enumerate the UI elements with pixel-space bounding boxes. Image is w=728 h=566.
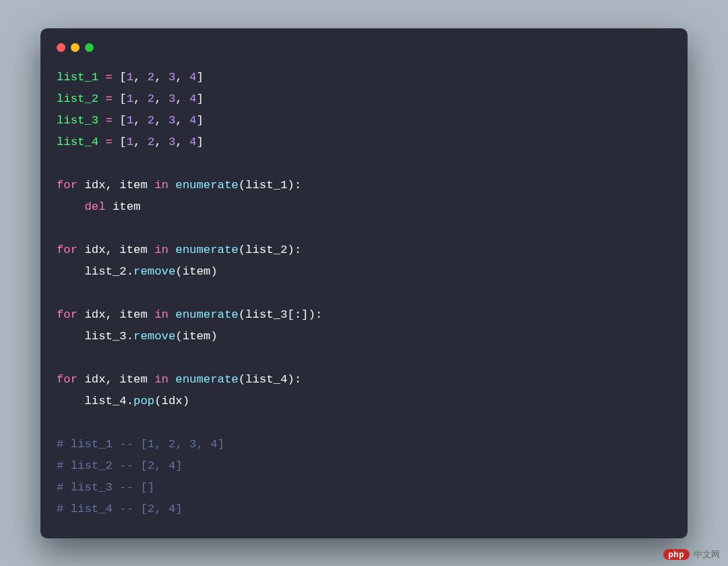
php-badge: php <box>663 549 690 560</box>
watermark: php 中文网 <box>663 548 721 561</box>
traffic-lights <box>57 42 671 52</box>
code-window: list_1 = [1, 2, 3, 4] list_2 = [1, 2, 3,… <box>40 28 688 538</box>
code-block: list_1 = [1, 2, 3, 4] list_2 = [1, 2, 3,… <box>57 67 671 520</box>
maximize-icon[interactable] <box>85 43 94 52</box>
close-icon[interactable] <box>57 43 65 52</box>
watermark-text: 中文网 <box>694 548 720 561</box>
minimize-icon[interactable] <box>71 43 80 52</box>
